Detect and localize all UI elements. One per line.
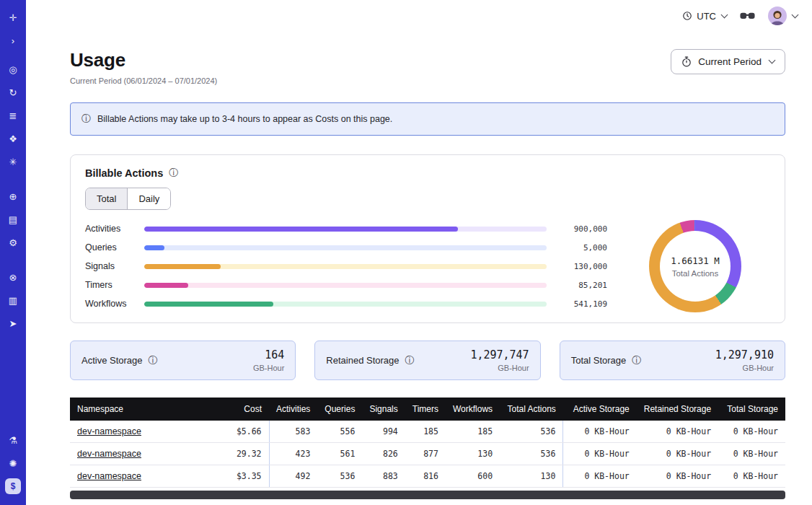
bar-track (144, 264, 547, 269)
bar-track (144, 302, 547, 307)
settings-icon[interactable]: ⚙ (5, 234, 21, 250)
bar-track (144, 283, 547, 288)
table-cell: 0 KB-Hour (563, 443, 637, 465)
sidebar: ✛› ◎↻≣❖✳⊕▤⚙⊗▥➤ ⚗✺$ (0, 0, 26, 505)
bar-fill (144, 302, 273, 307)
table-cell: 0 KB-Hour (563, 421, 637, 443)
view-tabs: Total Daily (85, 188, 171, 210)
usage-icon[interactable]: ≣ (5, 107, 21, 123)
table-cell: 423 (269, 443, 317, 465)
stat-value: 164 (253, 348, 284, 361)
bar-value: 130,000 (557, 262, 607, 271)
table-cell: 0 KB-Hour (718, 443, 785, 465)
table-cell: 0 KB-Hour (718, 421, 785, 443)
table-cell: 0 KB-Hour (563, 465, 637, 488)
table-cell: 185 (405, 421, 446, 443)
table-cell: 536 (500, 421, 563, 443)
table-cell: 130 (446, 443, 500, 465)
column-header: Namespace (70, 398, 222, 421)
sidebar-nav: ◎↻≣❖✳⊕▤⚙⊗▥➤ (5, 58, 21, 346)
bar-row: Workflows541,109 (85, 297, 607, 310)
info-icon[interactable]: ⓘ (149, 354, 158, 367)
status-icon[interactable]: $ (5, 478, 21, 494)
storage-stats: Active Storage ⓘ 164 GB-Hour Retained St… (70, 341, 785, 380)
bar-row: Activities900,000 (85, 222, 607, 235)
table-cell: 185 (446, 421, 500, 443)
theme-icon[interactable]: ✺ (5, 455, 21, 471)
nexus-icon[interactable]: ✳ (5, 154, 21, 170)
bar-track (144, 245, 547, 250)
bar-fill (144, 227, 458, 232)
column-header: Signals (362, 398, 405, 421)
table-cell: 556 (317, 421, 362, 443)
column-header: Workflows (446, 398, 500, 421)
info-icon[interactable]: ⓘ (632, 354, 641, 367)
bar-label: Queries (85, 242, 138, 252)
active-storage-card: Active Storage ⓘ 164 GB-Hour (70, 341, 296, 380)
topbar: UTC (26, 0, 812, 32)
sidebar-group: ⊗▥➤ (5, 265, 21, 335)
stat-unit: GB-Hour (715, 364, 774, 372)
docs-icon[interactable]: ▥ (5, 292, 21, 308)
column-header: Total Actions (500, 398, 563, 421)
sidebar-group: ◎↻≣❖✳ (5, 58, 21, 173)
period-selector-button[interactable]: Current Period (671, 49, 785, 74)
bar-label: Signals (85, 261, 138, 271)
donut-total-label: Total Actions (672, 269, 719, 278)
bar-chart: Activities900,000Queries5,000Signals130,… (85, 222, 620, 310)
column-header: Activities (269, 398, 317, 421)
namespace-link[interactable]: dev-namespace (77, 449, 141, 459)
chevron-down-icon (792, 11, 799, 18)
column-header: Queries (317, 398, 362, 421)
bar-label: Activities (85, 224, 138, 234)
namespace-link[interactable]: dev-namespace (77, 471, 141, 481)
column-header: Total Storage (718, 398, 785, 421)
timezone-selector[interactable]: UTC (682, 11, 727, 22)
stopwatch-icon (681, 56, 692, 67)
user-menu[interactable] (768, 6, 798, 25)
goggles-icon (740, 11, 755, 21)
horizontal-scrollbar[interactable] (70, 491, 785, 499)
bar-label: Workflows (85, 299, 138, 309)
bar-row: Timers85,201 (85, 278, 607, 291)
sidebar-top: ✛› (5, 6, 21, 52)
table-cell: 492 (269, 465, 317, 488)
page-head: Usage Current Period (06/01/2024 – 07/01… (70, 49, 785, 85)
tab-total[interactable]: Total (86, 188, 127, 209)
deployments-icon[interactable]: ❖ (5, 131, 21, 146)
getting-started-icon[interactable]: ➤ (5, 315, 21, 331)
table-cell: 0 KB-Hour (637, 465, 718, 488)
app: ✛› ◎↻≣❖✳⊕▤⚙⊗▥➤ ⚗✺$ UTC (0, 0, 812, 505)
stat-value: 1,297,747 (470, 348, 529, 361)
table-row: dev-namespace$3.354925368838166001300 KB… (70, 465, 785, 488)
column-header: Retained Storage (637, 398, 718, 421)
table-cell: 0 KB-Hour (637, 443, 718, 465)
info-banner: ⓘ Billable Actions may take up to 3-4 ho… (70, 102, 785, 136)
table-cell: 561 (317, 443, 362, 465)
table-cell: 29.32 (222, 443, 269, 465)
tab-daily[interactable]: Daily (127, 188, 170, 209)
table-cell: dev-namespace (70, 421, 222, 443)
billing-icon[interactable]: ▤ (5, 211, 21, 227)
info-icon[interactable]: ⓘ (405, 354, 415, 367)
expand-sidebar-icon[interactable]: › (5, 32, 21, 48)
donut-chart: 1.66131 M Total Actions (620, 220, 770, 312)
table-cell: 826 (362, 443, 405, 465)
sidebar-group: ⊕▤⚙ (5, 185, 21, 254)
bar-track (144, 227, 547, 232)
period-button-label: Current Period (698, 56, 762, 67)
main-area: UTC (26, 0, 812, 505)
cloud-icon[interactable]: ⊕ (5, 188, 21, 204)
namespace-link[interactable]: dev-namespace (77, 426, 141, 436)
support-icon[interactable]: ⊗ (5, 269, 21, 285)
goggles-button[interactable] (740, 11, 755, 21)
table-cell: 600 (446, 465, 500, 488)
bar-value: 541,109 (557, 299, 607, 309)
table-cell: dev-namespace (70, 465, 222, 488)
schedules-icon[interactable]: ↻ (5, 84, 21, 100)
namespaces-icon[interactable]: ◎ (5, 61, 21, 77)
table-cell: 816 (405, 465, 446, 488)
temporal-logo[interactable]: ✛ (5, 9, 21, 25)
info-icon[interactable]: ⓘ (169, 167, 178, 180)
lab-icon[interactable]: ⚗ (5, 432, 21, 448)
